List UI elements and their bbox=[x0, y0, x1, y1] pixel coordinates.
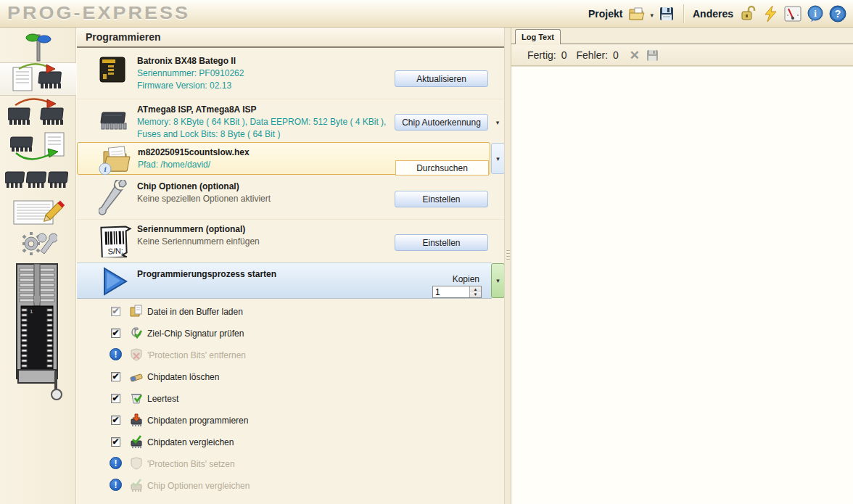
program-chip-icon bbox=[129, 413, 144, 427]
tab-log-text[interactable]: Log Text bbox=[515, 29, 561, 44]
svg-text:1: 1 bbox=[30, 308, 33, 315]
copies-stepper: ▲▼ bbox=[432, 286, 482, 298]
flash-icon[interactable] bbox=[761, 4, 780, 23]
top-toolbar: PROG-EXPRESS Projekt Anderes bbox=[0, 0, 853, 28]
erase-icon bbox=[129, 369, 144, 384]
copy-chip-to-chip-icon bbox=[8, 96, 69, 131]
save-log-icon[interactable] bbox=[646, 49, 659, 62]
prog-express-window: PROG-EXPRESS Projekt Anderes bbox=[0, 0, 853, 504]
sidebar-item-start[interactable] bbox=[0, 32, 76, 65]
shield-remove-icon bbox=[129, 347, 144, 362]
error-count: 0 bbox=[613, 49, 619, 61]
step-program-chip[interactable]: Chipdaten programmieren bbox=[77, 410, 505, 432]
zif-socket-graphic: 1 bbox=[0, 260, 76, 405]
save-project-icon[interactable] bbox=[657, 4, 676, 23]
multi-chip-icon bbox=[5, 163, 72, 198]
chip-row[interactable]: ATmega8 ISP, ATmega8A ISP Memory: 8 KByt… bbox=[77, 99, 505, 142]
chip-options-row[interactable]: Chip Optionen (optional) Keine spezielle… bbox=[77, 177, 505, 219]
copies-spin-buttons[interactable]: ▲▼ bbox=[469, 286, 481, 297]
svg-text:?: ? bbox=[835, 8, 841, 20]
sidebar-item-multi-program[interactable] bbox=[0, 164, 76, 197]
open-project-icon[interactable] bbox=[627, 4, 646, 23]
sidebar-item-edit-buffer[interactable] bbox=[0, 197, 76, 231]
device-row[interactable]: Batronix BX48 Batego II Seriennummer: PF… bbox=[77, 51, 505, 99]
device-serial: Seriennummer: PF0910262 bbox=[137, 68, 244, 78]
play-icon bbox=[100, 266, 129, 299]
device-firmware: Firmware Version: 02.13 bbox=[137, 80, 231, 91]
info-icon[interactable]: i bbox=[806, 4, 825, 23]
done-count: 0 bbox=[561, 49, 567, 61]
done-label: Fertig: bbox=[527, 49, 556, 61]
svg-text:S/N:: S/N: bbox=[107, 247, 123, 256]
chip-fuses: Fuses and Lock Bits: 8 Byte ( 64 Bit ) bbox=[137, 129, 280, 139]
chip-options-status: Keine speziellen Optionen aktiviert bbox=[137, 194, 271, 204]
step-load-file[interactable]: Datei in den Buffer laden bbox=[77, 302, 505, 323]
log-panel: Log Text Fertig: 0 Fehler: 0 ✕ bbox=[511, 28, 853, 504]
copies-label: Kopien bbox=[411, 274, 479, 284]
app-logo: PROG-EXPRESS bbox=[7, 4, 190, 24]
sidebar-item-copy-chip[interactable] bbox=[0, 97, 76, 131]
hex-file-folder-icon: i bbox=[98, 144, 131, 178]
log-tabbar: Log Text bbox=[511, 28, 853, 44]
alert-icon: ! bbox=[110, 348, 122, 360]
alert-icon: ! bbox=[110, 457, 122, 469]
diagnostics-gauge-icon[interactable] bbox=[783, 4, 802, 23]
blank-check-icon bbox=[129, 391, 144, 405]
chip-autoerkennung-button[interactable]: Chip Autoerkennung bbox=[395, 114, 488, 131]
serial-numbers-einstellen-button[interactable]: Einstellen bbox=[395, 234, 488, 251]
aktualisieren-button[interactable]: Aktualisieren bbox=[395, 70, 488, 87]
checkbox[interactable] bbox=[111, 372, 120, 381]
step-verify-chip[interactable]: Chipdaten vergleichen bbox=[77, 432, 505, 454]
step-set-protection: ! 'Protection Bits' setzen bbox=[77, 454, 505, 476]
barcode-icon: S/N: bbox=[99, 223, 133, 260]
anderes-menu[interactable]: Anderes bbox=[691, 8, 735, 20]
sidebar-item-settings[interactable] bbox=[0, 229, 76, 263]
durchsuchen-button[interactable]: Durchsuchen bbox=[395, 160, 489, 175]
programmer-device-icon bbox=[99, 55, 126, 87]
step-check-signature[interactable]: Ziel-Chip Signatur prüfen bbox=[77, 323, 505, 345]
signature-check-icon bbox=[129, 326, 144, 340]
start-process-label: Programmierungsprozess starten bbox=[137, 269, 276, 279]
step-compare-options: ! Chip Optionen vergleichen bbox=[77, 476, 505, 497]
open-project-dropdown[interactable] bbox=[650, 7, 654, 20]
step-remove-protection: ! 'Protection Bits' entfernen bbox=[77, 345, 505, 367]
file-row[interactable]: i m820250915countslow.hex Pfad: /home/da… bbox=[77, 142, 490, 175]
help-icon[interactable]: ? bbox=[828, 4, 847, 23]
splitter-grip[interactable] bbox=[506, 249, 510, 262]
alert-icon: ! bbox=[110, 479, 122, 491]
chip-name: ATmega8 ISP, ATmega8A ISP bbox=[137, 104, 257, 115]
chip-memory: Memory: 8 KByte ( 64 KBit ), Data EEPROM… bbox=[137, 117, 386, 127]
task-sidebar: 1 bbox=[0, 28, 76, 504]
device-name: Batronix BX48 Batego II bbox=[137, 56, 236, 66]
settings-icon bbox=[20, 229, 57, 263]
start-dropdown-button[interactable] bbox=[491, 263, 505, 298]
unlock-icon[interactable] bbox=[738, 4, 757, 23]
sidebar-item-program[interactable] bbox=[0, 62, 77, 96]
checkbox[interactable] bbox=[111, 437, 120, 447]
checkbox[interactable] bbox=[111, 416, 120, 425]
chip-options-einstellen-button[interactable]: Einstellen bbox=[395, 191, 488, 207]
checkbox[interactable] bbox=[111, 394, 120, 403]
file-dropdown-button[interactable] bbox=[491, 143, 505, 174]
start-row[interactable]: Programmierungsprozess starten Kopien ▲▼ bbox=[77, 263, 492, 299]
serial-numbers-row[interactable]: S/N: Seriennummern (optional) Keine Seri… bbox=[77, 219, 505, 261]
checkbox[interactable] bbox=[111, 307, 120, 316]
projekt-menu[interactable]: Projekt bbox=[587, 8, 624, 20]
step-blank-test[interactable]: Leertest bbox=[77, 389, 505, 410]
sidebar-item-read-chip[interactable] bbox=[0, 131, 76, 164]
step-erase-chip[interactable]: Chipdaten löschen bbox=[77, 367, 505, 389]
wrench-icon bbox=[99, 180, 132, 219]
log-status-bar: Fertig: 0 Fehler: 0 ✕ bbox=[511, 45, 853, 66]
chip-icon bbox=[99, 107, 131, 136]
error-label: Fehler: bbox=[576, 49, 608, 61]
log-text-area[interactable] bbox=[511, 66, 853, 504]
compare-options-icon bbox=[129, 478, 144, 492]
clear-log-icon[interactable]: ✕ bbox=[628, 49, 641, 62]
chip-dropdown-icon[interactable] bbox=[491, 117, 504, 128]
file-path: Pfad: /home/david/ bbox=[138, 160, 210, 170]
read-chip-to-file-icon bbox=[10, 130, 67, 165]
checkbox[interactable] bbox=[111, 329, 120, 338]
panel-splitter[interactable] bbox=[504, 28, 511, 504]
file-name: m820250915countslow.hex bbox=[138, 147, 250, 157]
copies-input[interactable] bbox=[433, 286, 469, 297]
